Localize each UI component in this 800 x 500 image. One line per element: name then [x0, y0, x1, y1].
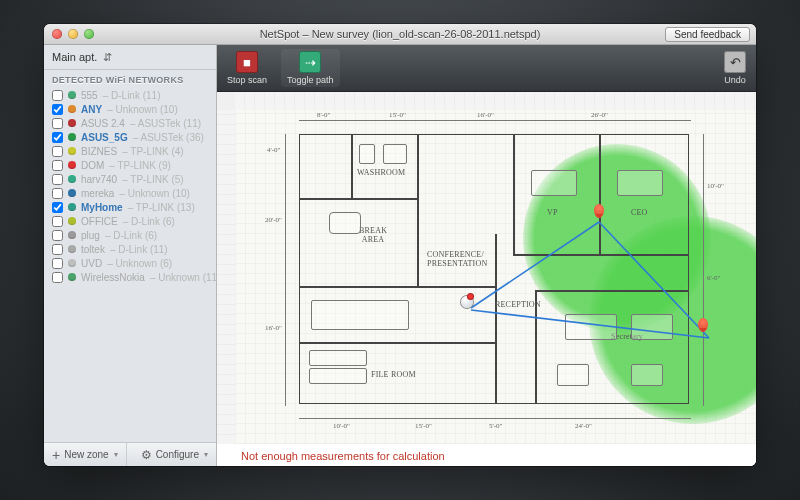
network-row[interactable]: ANY – Unknown (10)	[44, 102, 216, 116]
new-zone-button[interactable]: + New zone ▾	[44, 443, 127, 466]
configure-button[interactable]: ⚙ Configure ▾	[133, 443, 216, 466]
network-details: – D-Link (11)	[110, 244, 168, 255]
network-checkbox[interactable]	[52, 118, 63, 129]
dim: 15'-0"	[389, 111, 406, 119]
network-color-dot	[68, 259, 76, 267]
undo-label: Undo	[724, 75, 746, 85]
network-checkbox[interactable]	[52, 258, 63, 269]
traffic-lights	[52, 29, 94, 39]
network-row[interactable]: OFFICE – D-Link (6)	[44, 214, 216, 228]
network-ssid: MyHome	[81, 202, 123, 213]
network-details: – Unknown (10)	[119, 188, 190, 199]
survey-canvas[interactable]: 8'-0" 15'-0" 16'-0" 26'-0" 4'-0" 20'-0" …	[217, 92, 756, 466]
chevron-down-icon: ▾	[114, 450, 118, 459]
close-icon[interactable]	[52, 29, 62, 39]
dim: 16'-0"	[265, 324, 282, 332]
network-checkbox[interactable]	[52, 104, 63, 115]
network-checkbox[interactable]	[52, 244, 63, 255]
network-row[interactable]: mereka – Unknown (10)	[44, 186, 216, 200]
network-ssid: ASUS 2.4	[81, 118, 125, 129]
network-checkbox[interactable]	[52, 272, 63, 283]
plus-icon: +	[52, 450, 60, 460]
network-ssid: 555	[81, 90, 98, 101]
network-row[interactable]: plug – D-Link (6)	[44, 228, 216, 242]
network-row[interactable]: ASUS_5G – ASUSTek (36)	[44, 130, 216, 144]
svg-line-0	[471, 222, 599, 308]
network-checkbox[interactable]	[52, 230, 63, 241]
network-ssid: ANY	[81, 104, 102, 115]
network-checkbox[interactable]	[52, 202, 63, 213]
network-color-dot	[68, 273, 76, 281]
network-color-dot	[68, 231, 76, 239]
network-details: – TP-LINK (5)	[122, 174, 184, 185]
status-text: Not enough measurements for calculation	[241, 450, 445, 462]
network-checkbox[interactable]	[52, 90, 63, 101]
network-details: – D-Link (6)	[123, 216, 175, 227]
ruler-corner	[217, 92, 236, 111]
network-row[interactable]: harv740 – TP-LINK (5)	[44, 172, 216, 186]
network-row[interactable]: WirelessNokia – Unknown (11)	[44, 270, 216, 284]
network-row[interactable]: DOM – TP-LINK (9)	[44, 158, 216, 172]
new-zone-label: New zone	[64, 449, 108, 460]
measurement-pin[interactable]	[698, 318, 708, 332]
network-checkbox[interactable]	[52, 132, 63, 143]
toggle-path-label: Toggle path	[287, 75, 334, 85]
network-ssid: harv740	[81, 174, 117, 185]
network-color-dot	[68, 217, 76, 225]
sidebar: Main apt. ⇵ DETECTED WiFi NETWORKS 555 –…	[44, 45, 217, 466]
network-ssid: mereka	[81, 188, 114, 199]
undo-button[interactable]: ↶ Undo	[724, 51, 746, 85]
network-row[interactable]: MyHome – TP-LINK (13)	[44, 200, 216, 214]
network-details: – TP-LINK (13)	[128, 202, 195, 213]
network-color-dot	[68, 203, 76, 211]
ruler-horizontal	[235, 92, 756, 111]
network-details: – TP-LINK (9)	[109, 160, 171, 171]
network-checkbox[interactable]	[52, 188, 63, 199]
configure-label: Configure	[156, 449, 199, 460]
minimize-icon[interactable]	[68, 29, 78, 39]
network-color-dot	[68, 161, 76, 169]
network-row[interactable]: toltek – D-Link (11)	[44, 242, 216, 256]
network-color-dot	[68, 119, 76, 127]
network-details: – ASUSTek (11)	[130, 118, 201, 129]
network-checkbox[interactable]	[52, 216, 63, 227]
send-feedback-button[interactable]: Send feedback	[665, 27, 750, 42]
network-color-dot	[68, 147, 76, 155]
ruler-vertical	[217, 110, 236, 444]
zoom-icon[interactable]	[84, 29, 94, 39]
network-row[interactable]: 555 – D-Link (11)	[44, 88, 216, 102]
dim: 16'-0"	[477, 111, 494, 119]
network-row[interactable]: BIZNES – TP-LINK (4)	[44, 144, 216, 158]
stop-scan-button[interactable]: ■ Stop scan	[227, 51, 267, 85]
network-details: – Unknown (6)	[107, 258, 172, 269]
updown-icon: ⇵	[103, 51, 112, 64]
content: Main apt. ⇵ DETECTED WiFi NETWORKS 555 –…	[44, 45, 756, 466]
network-details: – D-Link (11)	[103, 90, 161, 101]
network-ssid: toltek	[81, 244, 105, 255]
network-ssid: OFFICE	[81, 216, 118, 227]
toggle-path-button[interactable]: ⇢ Toggle path	[281, 49, 340, 87]
network-checkbox[interactable]	[52, 174, 63, 185]
network-row[interactable]: ASUS 2.4 – ASUSTek (11)	[44, 116, 216, 130]
network-row[interactable]: UVD – Unknown (6)	[44, 256, 216, 270]
zone-picker[interactable]: Main apt. ⇵	[44, 45, 216, 70]
stop-scan-label: Stop scan	[227, 75, 267, 85]
app-window: NetSpot – New survey (lion_old-scan-26-0…	[44, 24, 756, 466]
toolbar: ■ Stop scan ⇢ Toggle path ↶ Undo	[217, 45, 756, 92]
measurement-pin[interactable]	[594, 204, 604, 218]
network-color-dot	[68, 133, 76, 141]
network-ssid: DOM	[81, 160, 104, 171]
access-point-marker[interactable]	[461, 296, 473, 308]
network-details: – Unknown (11)	[150, 272, 216, 283]
network-list: 555 – D-Link (11)ANY – Unknown (10)ASUS …	[44, 88, 216, 442]
svg-line-2	[471, 310, 709, 338]
network-details: – Unknown (10)	[107, 104, 178, 115]
network-ssid: ASUS_5G	[81, 132, 128, 143]
network-checkbox[interactable]	[52, 146, 63, 157]
sidebar-footer: + New zone ▾ ⚙ Configure ▾	[44, 442, 216, 466]
network-checkbox[interactable]	[52, 160, 63, 171]
path-icon: ⇢	[299, 51, 321, 73]
networks-header: DETECTED WiFi NETWORKS	[44, 70, 216, 88]
network-ssid: UVD	[81, 258, 102, 269]
network-ssid: WirelessNokia	[81, 272, 145, 283]
